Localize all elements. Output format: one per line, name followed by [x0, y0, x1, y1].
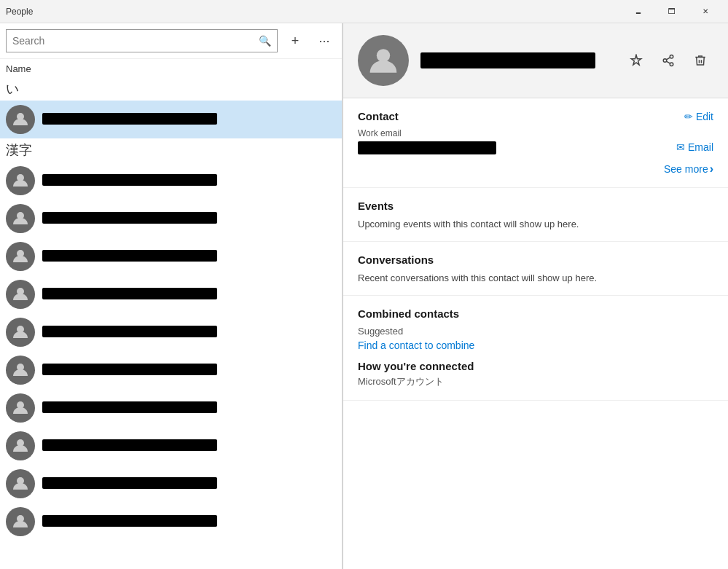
- close-button[interactable]: ✕: [689, 0, 722, 23]
- list-item[interactable]: [0, 465, 342, 503]
- list-item[interactable]: [0, 238, 342, 275]
- add-contact-button[interactable]: +: [283, 29, 307, 52]
- combined-contacts-section: Combined contacts Suggested Find a conta…: [343, 296, 728, 401]
- contact-name-redacted: [42, 326, 217, 337]
- delete-button[interactable]: [687, 47, 713, 74]
- left-panel: 🔍 + ··· Name い: [0, 23, 343, 569]
- contact-name-redacted: [42, 401, 217, 413]
- share-button[interactable]: [655, 47, 681, 74]
- contact-name-block: [42, 250, 336, 264]
- avatar: [6, 469, 35, 498]
- edit-pencil-icon: ✏: [684, 111, 693, 122]
- contact-list: 漢字: [0, 101, 342, 569]
- list-item[interactable]: [0, 313, 342, 351]
- work-email-value-redacted: [358, 141, 496, 154]
- microsoft-account-label: Microsoftアカウント: [358, 375, 713, 388]
- conversations-section-header: Conversations: [358, 254, 713, 266]
- list-item[interactable]: [0, 200, 342, 238]
- contact-name-block: [42, 515, 336, 529]
- list-item[interactable]: [0, 389, 342, 427]
- app-title: People: [6, 7, 33, 17]
- contact-name-redacted: [42, 477, 217, 489]
- section-label-kanji: 漢字: [0, 138, 342, 162]
- email-action-link[interactable]: ✉ Email: [676, 141, 713, 153]
- combined-contacts-section-title: Combined contacts: [358, 307, 459, 320]
- edit-label: Edit: [696, 111, 713, 122]
- contact-name-block: [42, 401, 336, 415]
- suggested-label: Suggested: [358, 326, 713, 337]
- minimize-button[interactable]: 🗕: [622, 0, 655, 23]
- contact-name-redacted: [42, 174, 217, 186]
- avatar: [6, 204, 35, 233]
- list-item[interactable]: [0, 351, 342, 389]
- title-bar: People 🗕 🗖 ✕: [0, 0, 728, 23]
- conversations-section-title: Conversations: [358, 254, 434, 266]
- email-icon: ✉: [676, 141, 685, 153]
- avatar: [6, 507, 35, 536]
- avatar: [6, 431, 35, 460]
- contact-section-title: Contact: [358, 110, 399, 122]
- list-item[interactable]: [0, 275, 342, 313]
- contact-name-block: [42, 113, 336, 127]
- search-bar: 🔍 + ···: [0, 23, 342, 59]
- list-item[interactable]: [0, 427, 342, 465]
- email-action-label: Email: [688, 141, 713, 153]
- events-section-title: Events: [358, 200, 394, 212]
- svg-point-11: [377, 49, 390, 62]
- work-email-label: Work email: [358, 128, 496, 138]
- combined-contacts-section-header: Combined contacts: [358, 307, 713, 320]
- avatar: [6, 242, 35, 271]
- find-contact-link[interactable]: Find a contact to combine: [358, 340, 474, 351]
- section-label-i: い: [0, 77, 342, 101]
- avatar: [6, 105, 35, 134]
- contact-section-header: Contact ✏ Edit: [358, 110, 713, 122]
- conversations-empty-text: Recent conversations with this contact w…: [358, 272, 597, 283]
- svg-line-16: [666, 61, 670, 63]
- list-item[interactable]: [0, 503, 342, 541]
- contact-name-redacted: [42, 212, 217, 224]
- search-input-wrapper[interactable]: 🔍: [6, 29, 278, 52]
- contact-header: [343, 23, 728, 98]
- search-icon: 🔍: [259, 35, 271, 47]
- events-section: Events Upcoming events with this contact…: [343, 188, 728, 242]
- chevron-right-icon: ›: [710, 162, 713, 176]
- contact-name-block: [42, 212, 336, 226]
- window-controls: 🗕 🗖 ✕: [622, 0, 722, 23]
- contact-name-block: [42, 439, 336, 453]
- svg-point-15: [670, 63, 673, 66]
- conversations-section: Conversations Recent conversations with …: [343, 242, 728, 296]
- see-more-label: See more: [664, 163, 708, 175]
- maximize-button[interactable]: 🗖: [655, 0, 689, 23]
- right-panel: Contact ✏ Edit Work email ✉ Email: [343, 23, 728, 569]
- pin-button[interactable]: [623, 47, 649, 74]
- contact-name-redacted: [42, 113, 217, 125]
- contact-name-block: [42, 364, 336, 377]
- contact-name-redacted: [42, 439, 217, 451]
- how-connected-title: How you're connected: [358, 360, 713, 372]
- contact-name-redacted: [42, 364, 217, 375]
- avatar: [6, 393, 35, 423]
- search-input[interactable]: [12, 35, 259, 47]
- more-options-button[interactable]: ···: [313, 29, 336, 52]
- avatar: [6, 280, 35, 309]
- contact-name-block: [42, 174, 336, 188]
- contact-name-block: [42, 477, 336, 491]
- svg-line-17: [666, 58, 670, 60]
- svg-point-13: [670, 55, 673, 59]
- list-item[interactable]: [0, 162, 342, 200]
- list-item[interactable]: [0, 101, 342, 138]
- contact-name-redacted: [42, 288, 217, 299]
- edit-link[interactable]: ✏ Edit: [684, 111, 713, 122]
- contact-header-avatar: [358, 35, 409, 86]
- events-empty-text: Upcoming events with this contact will s…: [358, 219, 579, 229]
- see-more-row: See more ›: [358, 162, 713, 176]
- avatar: [6, 318, 35, 347]
- contact-name-redacted: [42, 250, 217, 262]
- avatar: [6, 166, 35, 195]
- see-more-link[interactable]: See more ›: [664, 162, 713, 176]
- events-section-header: Events: [358, 200, 713, 212]
- avatar: [6, 356, 35, 385]
- name-header: Name: [0, 59, 342, 77]
- contact-header-name-redacted: [420, 52, 595, 68]
- svg-point-14: [663, 59, 667, 63]
